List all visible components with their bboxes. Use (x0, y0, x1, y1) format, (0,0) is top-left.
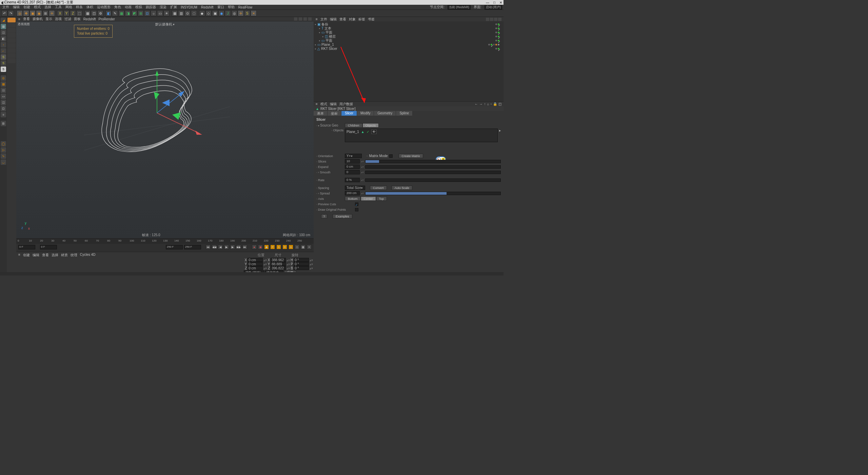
extra5-icon[interactable]: ✛ (238, 10, 244, 16)
mm-edit[interactable]: 编辑 (33, 253, 39, 257)
tree-item[interactable]: ▸△RKT Slicer✓ (315, 46, 502, 51)
vp-camera[interactable]: 摄像机 (33, 17, 43, 21)
om-file[interactable]: 文件 (320, 17, 327, 22)
menu-edit[interactable]: 编辑 (12, 5, 21, 10)
axis-center[interactable]: Center (361, 196, 376, 201)
om-edit[interactable]: 编辑 (330, 17, 337, 22)
om-i4[interactable] (498, 18, 501, 21)
xp2[interactable] (7, 23, 16, 27)
sel-live[interactable]: ◯ (1, 141, 6, 147)
om-view[interactable]: 查看 (339, 17, 346, 22)
frame-range-end[interactable]: 250 F (184, 245, 201, 249)
menu-animate[interactable]: 动画 (124, 5, 133, 10)
coord-row[interactable]: X0 cm▴▾X388.962 cm▴▾H0 °▴▾ (244, 258, 312, 262)
extra3-icon[interactable]: ▣ (212, 10, 218, 16)
ico3[interactable]: ◫ (1, 100, 6, 105)
key-opt[interactable]: ▦ (301, 245, 305, 249)
min-button[interactable]: — (486, 1, 489, 4)
xp9[interactable] (7, 58, 16, 63)
sourcegeo-children[interactable]: Children (345, 123, 362, 128)
vp-display[interactable]: 显示 (45, 17, 52, 21)
close-button[interactable]: ✕ (499, 1, 502, 4)
extra2-icon[interactable]: ◇ (205, 10, 212, 16)
vp-nav2[interactable] (299, 17, 302, 21)
cube-primitive[interactable]: ◧ (105, 10, 112, 16)
tab-coord[interactable]: 坐标 (328, 111, 341, 116)
poly-mode[interactable]: S (1, 54, 6, 60)
step-fwd-key[interactable]: ▶▶ (236, 245, 241, 249)
enable-axis[interactable]: ◎ (1, 75, 6, 81)
tree-item[interactable]: ▸▣备份✓ (315, 22, 502, 26)
mm-material[interactable]: 材质 (61, 253, 68, 257)
extra1-icon[interactable]: ◆ (199, 10, 205, 16)
menu-spline[interactable]: 样条 (75, 5, 84, 10)
vp-redshift[interactable]: Redshift (83, 17, 96, 21)
record-key[interactable]: ● (252, 245, 257, 249)
y-axis-lock[interactable]: Y (63, 10, 70, 16)
axis-bottom[interactable]: Bottom (345, 196, 361, 201)
draworig-checkbox[interactable] (355, 208, 358, 211)
tree-item[interactable]: ▸▭平面✓ (315, 30, 502, 34)
ico4[interactable]: ⊡ (1, 106, 6, 111)
sel-rect[interactable]: ▷ (1, 147, 6, 153)
menu-mesh[interactable]: 网格 (64, 5, 73, 10)
am-edit[interactable]: 编辑 (330, 102, 337, 107)
render-view[interactable]: ▦ (84, 10, 91, 16)
key-s[interactable]: S (276, 245, 281, 249)
menu-redshift[interactable]: Redshift (200, 5, 215, 9)
menu-realflow[interactable]: RealFlow (237, 5, 254, 9)
am-pin-icon[interactable]: ◫ (498, 102, 501, 106)
undo-button[interactable]: ↶ (1, 10, 7, 16)
nodespace-dropdown[interactable]: 当前 (Redshift) (448, 5, 471, 10)
am-mode[interactable]: 模式 (320, 102, 327, 107)
goto-end[interactable]: ⏭ (242, 245, 247, 249)
keysel[interactable]: ◆ (264, 245, 269, 249)
convert-button[interactable]: Convert (370, 186, 387, 190)
rate-slider[interactable] (365, 178, 501, 182)
step-back-key[interactable]: ◀◀ (212, 245, 217, 249)
om-tags[interactable]: 标签 (358, 17, 365, 22)
place-tool[interactable]: ✛ (49, 10, 55, 16)
om-i1[interactable] (486, 18, 489, 21)
mm-create[interactable]: 创建 (23, 253, 30, 257)
sourcegeo-objects[interactable]: Objects (362, 123, 379, 128)
menu-extensions[interactable]: 扩展 (169, 5, 178, 10)
axis-mode[interactable]: S (1, 60, 6, 66)
menu-tracker[interactable]: 跟踪器 (145, 5, 157, 10)
om-i2[interactable] (490, 18, 493, 21)
menu-tools[interactable]: 工具 (54, 5, 63, 10)
am-userdata[interactable]: 用户数据 (339, 102, 353, 107)
deformer-icon[interactable]: ⊡ (144, 10, 150, 16)
extrude-icon[interactable]: ◨ (125, 10, 131, 16)
key-p[interactable]: P (270, 245, 275, 249)
step-fwd[interactable]: ▶ (230, 245, 235, 249)
vp-nav4[interactable] (308, 17, 312, 21)
ico1[interactable]: ▤ (1, 88, 6, 93)
mm-view[interactable]: 查看 (42, 253, 49, 257)
menu-create[interactable]: 创建 (22, 5, 31, 10)
frame-cur[interactable]: 0 F (40, 245, 57, 249)
coord-row[interactable]: Y0 cm▴▾Y88.889 cm▴▾P0 °▴▾ (244, 262, 312, 266)
menu-character[interactable]: 角色 (113, 5, 122, 10)
recent-tool[interactable]: ⊞ (42, 10, 48, 16)
tree-item[interactable]: ▸▭Plane_1✓ (315, 42, 502, 46)
vp-view[interactable]: 查看 (23, 17, 30, 21)
spread-slider[interactable] (365, 192, 501, 195)
am-lock2-icon[interactable]: 🔒 (493, 102, 497, 106)
autoscale-button[interactable]: Auto Scale (392, 186, 413, 190)
key-a[interactable]: A (289, 245, 293, 249)
spread-field[interactable]: 200 cm (345, 191, 360, 195)
xp5[interactable] (7, 38, 16, 43)
examples-button[interactable]: Examples (333, 214, 352, 218)
axis-top[interactable]: Top (376, 196, 387, 201)
objects-arrow[interactable]: ▸ (499, 129, 501, 132)
redo-button[interactable]: ↷ (8, 10, 14, 16)
smooth-field[interactable]: 0 (345, 170, 360, 174)
ico2[interactable]: ▭ (1, 94, 6, 99)
generator-icon[interactable]: ◩ (131, 10, 137, 16)
am-fwd[interactable]: → (479, 102, 482, 106)
am-up[interactable]: ↑ (484, 102, 486, 106)
am-back[interactable]: ← (474, 102, 478, 106)
render-settings[interactable]: ⚙ (97, 10, 103, 16)
extra6-icon[interactable]: ✕ (251, 10, 257, 16)
